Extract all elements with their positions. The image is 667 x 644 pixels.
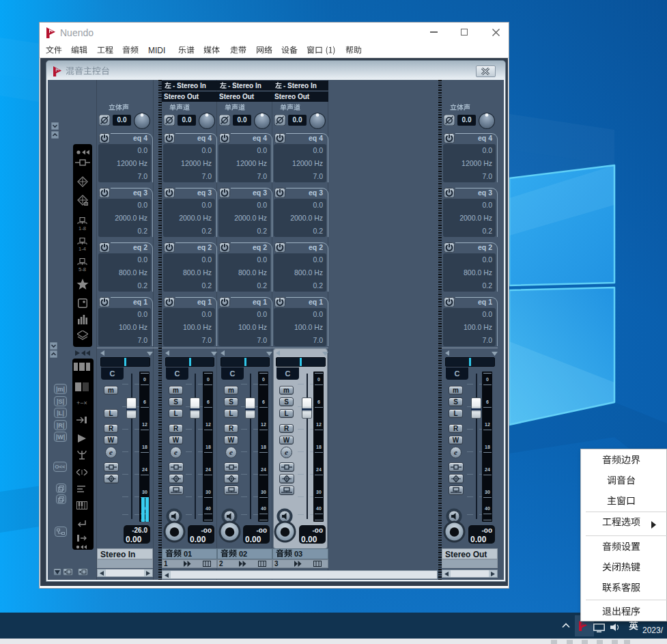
svg-text:+−×: +−× [76, 400, 87, 406]
svg-text:e: e [454, 448, 457, 456]
svg-text:5-8: 5-8 [79, 266, 86, 272]
svg-text:e: e [174, 448, 178, 456]
svg-text:e: e [229, 448, 233, 456]
svg-text:1-4: 1-4 [79, 246, 86, 251]
svg-text:1-8: 1-8 [79, 225, 86, 231]
svg-text:e: e [285, 448, 288, 456]
svg-text:e: e [109, 448, 113, 456]
